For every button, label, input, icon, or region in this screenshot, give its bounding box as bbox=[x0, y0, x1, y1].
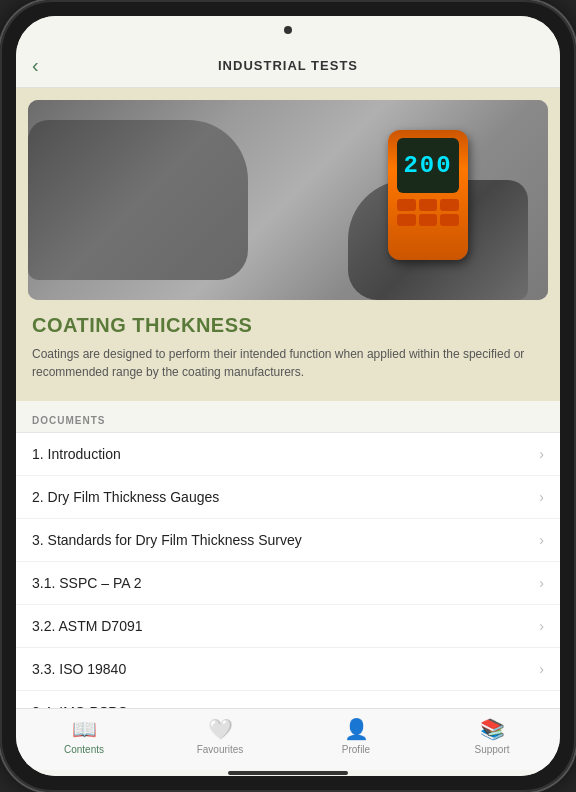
list-item[interactable]: 1. Introduction › bbox=[16, 433, 560, 476]
tab-bar: 📖 Contents 🤍 Favourites 👤 Profile 📚 Supp… bbox=[16, 708, 560, 770]
list-item-text: 2. Dry Film Thickness Gauges bbox=[32, 489, 219, 505]
chevron-icon: › bbox=[539, 446, 544, 462]
list-item[interactable]: 3.3. ISO 19840 › bbox=[16, 648, 560, 691]
support-icon: 📚 bbox=[480, 717, 505, 741]
list-item[interactable]: 3. Standards for Dry Film Thickness Surv… bbox=[16, 519, 560, 562]
tab-favourites[interactable]: 🤍 Favourites bbox=[152, 717, 288, 755]
gauge-screen: 200 bbox=[397, 138, 459, 193]
back-button[interactable]: ‹ bbox=[32, 54, 39, 77]
contents-icon: 📖 bbox=[72, 717, 97, 741]
favourites-icon: 🤍 bbox=[208, 717, 233, 741]
list-item-text: 3. Standards for Dry Film Thickness Surv… bbox=[32, 532, 302, 548]
chevron-icon: › bbox=[539, 575, 544, 591]
tab-profile[interactable]: 👤 Profile bbox=[288, 717, 424, 755]
list-item[interactable]: 3.2. ASTM D7091 › bbox=[16, 605, 560, 648]
tab-label-profile: Profile bbox=[342, 744, 370, 755]
list-item-text: 3.1. SSPC – PA 2 bbox=[32, 575, 141, 591]
tab-support[interactable]: 📚 Support bbox=[424, 717, 560, 755]
screen: ‹ INDUSTRIAL TESTS 200 bbox=[16, 16, 560, 776]
app-header: ‹ INDUSTRIAL TESTS bbox=[16, 44, 560, 88]
list-item-text: 3.3. ISO 19840 bbox=[32, 661, 126, 677]
camera-dot bbox=[284, 26, 292, 34]
gauge-btn-6 bbox=[440, 214, 459, 226]
gauge-btn-3 bbox=[440, 199, 459, 211]
gauge-buttons bbox=[397, 199, 459, 226]
home-bar bbox=[228, 771, 348, 775]
hero-image: 200 bbox=[28, 100, 548, 300]
documents-list: 1. Introduction › 2. Dry Film Thickness … bbox=[16, 432, 560, 708]
documents-section-label: DOCUMENTS bbox=[16, 401, 560, 432]
list-item[interactable]: 3.1. SSPC – PA 2 › bbox=[16, 562, 560, 605]
hero-text-area: COATING THICKNESS Coatings are designed … bbox=[28, 300, 548, 389]
gauge-reading: 200 bbox=[403, 152, 452, 179]
chevron-icon: › bbox=[539, 489, 544, 505]
profile-icon: 👤 bbox=[344, 717, 369, 741]
list-item[interactable]: 3.4. IMO PSPC › bbox=[16, 691, 560, 708]
home-indicator bbox=[16, 770, 560, 776]
list-item[interactable]: 2. Dry Film Thickness Gauges › bbox=[16, 476, 560, 519]
hero-section: 200 bbox=[16, 88, 560, 401]
hero-title: COATING THICKNESS bbox=[32, 314, 544, 337]
gauge-btn-2 bbox=[419, 199, 438, 211]
list-item-text: 3.2. ASTM D7091 bbox=[32, 618, 143, 634]
glove-left bbox=[28, 120, 248, 280]
tab-label-support: Support bbox=[474, 744, 509, 755]
main-content: 200 bbox=[16, 88, 560, 708]
device-frame: ‹ INDUSTRIAL TESTS 200 bbox=[0, 0, 576, 792]
page-title: INDUSTRIAL TESTS bbox=[218, 58, 358, 73]
chevron-icon: › bbox=[539, 532, 544, 548]
list-item-text: 1. Introduction bbox=[32, 446, 121, 462]
tab-contents[interactable]: 📖 Contents bbox=[16, 717, 152, 755]
tab-label-contents: Contents bbox=[64, 744, 104, 755]
gauge-btn-5 bbox=[419, 214, 438, 226]
chevron-icon: › bbox=[539, 618, 544, 634]
gauge-btn-1 bbox=[397, 199, 416, 211]
hero-description: Coatings are designed to perform their i… bbox=[32, 345, 544, 381]
tab-label-favourites: Favourites bbox=[197, 744, 244, 755]
hero-image-bg: 200 bbox=[28, 100, 548, 300]
gauge-device: 200 bbox=[388, 130, 468, 260]
chevron-icon: › bbox=[539, 661, 544, 677]
gauge-btn-4 bbox=[397, 214, 416, 226]
status-bar bbox=[16, 16, 560, 44]
